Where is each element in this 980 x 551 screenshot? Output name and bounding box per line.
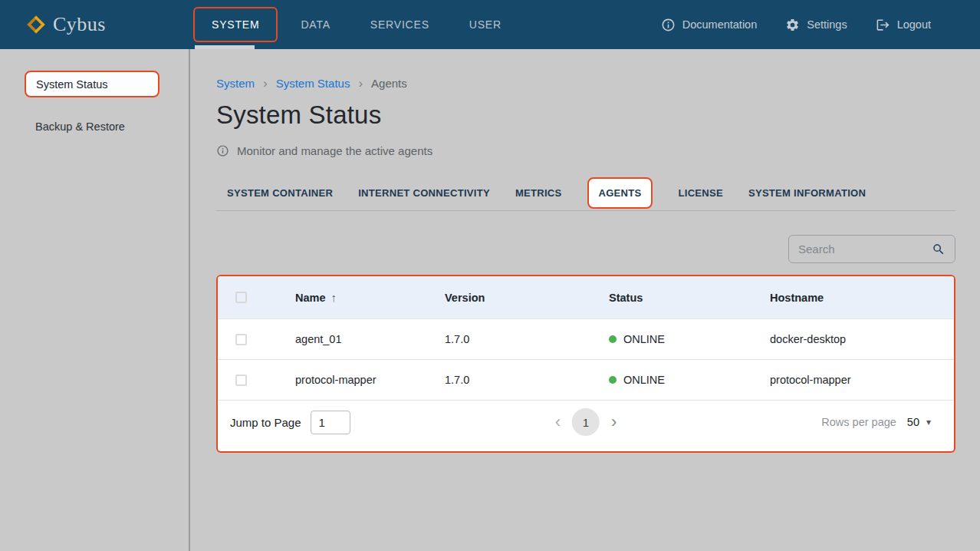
breadcrumb-system-status[interactable]: System Status — [276, 77, 350, 90]
rows-per-page-select[interactable]: Rows per page 50 ▾ — [821, 416, 931, 428]
navbar-actions: Documentation Settings Logout — [661, 18, 980, 32]
documentation-button[interactable]: Documentation — [661, 18, 758, 32]
jump-to-page: Jump to Page — [230, 411, 350, 434]
info-icon — [216, 144, 229, 157]
cell-version: 1.7.0 — [445, 333, 609, 345]
tab-license[interactable]: LICENSE — [678, 187, 722, 199]
agents-table: Name ↑ Version Status Hostname agent_01 … — [216, 275, 955, 453]
page-1-button[interactable]: 1 — [572, 408, 600, 436]
page-title: System Status — [216, 101, 955, 130]
tab-system-container[interactable]: SYSTEM CONTAINER — [227, 187, 333, 199]
main-content: System › System Status › Agents System S… — [190, 49, 980, 551]
search-row — [216, 235, 955, 263]
main-nav: SYSTEM DATA SERVICES USER — [190, 0, 521, 49]
page-subtitle: Monitor and manage the active agents — [216, 144, 955, 157]
brand-name: Cybus — [53, 13, 106, 36]
dropdown-arrow-icon: ▾ — [926, 417, 931, 427]
column-header-version[interactable]: Version — [445, 292, 609, 304]
column-header-status[interactable]: Status — [609, 292, 770, 304]
breadcrumb: System › System Status › Agents — [216, 77, 955, 90]
cell-status: ONLINE — [609, 374, 770, 386]
cell-name: agent_01 — [295, 333, 445, 345]
cybus-logo[interactable]: Cybus — [0, 13, 190, 36]
nav-item-services[interactable]: SERVICES — [350, 0, 449, 49]
search-box — [788, 235, 955, 263]
sidebar: System Status Backup & Restore — [0, 49, 190, 551]
tab-internet-connectivity[interactable]: INTERNET CONNECTIVITY — [358, 187, 490, 199]
column-header-name[interactable]: Name ↑ — [295, 291, 445, 304]
nav-item-user[interactable]: USER — [449, 0, 521, 49]
breadcrumb-system[interactable]: System — [216, 77, 255, 90]
breadcrumb-agents: Agents — [371, 77, 407, 90]
sidebar-item-backup-restore[interactable]: Backup & Restore — [35, 120, 189, 133]
cell-version: 1.7.0 — [445, 374, 609, 386]
online-status-dot — [609, 376, 617, 384]
cybus-logo-icon — [26, 15, 46, 35]
table-row: protocol-mapper 1.7.0 ONLINE protocol-ma… — [218, 359, 954, 400]
search-icon[interactable] — [932, 243, 945, 256]
info-icon — [661, 18, 676, 32]
jump-to-page-input[interactable] — [311, 411, 350, 434]
next-page-button[interactable]: › — [608, 414, 620, 431]
cell-status: ONLINE — [609, 333, 770, 345]
select-all-checkbox[interactable] — [235, 292, 247, 303]
settings-button[interactable]: Settings — [785, 18, 847, 32]
logout-icon — [876, 18, 890, 32]
cell-hostname: protocol-mapper — [770, 374, 954, 386]
top-navbar: Cybus SYSTEM DATA SERVICES USER Document… — [0, 0, 980, 49]
nav-item-system[interactable]: SYSTEM — [190, 0, 281, 49]
table-row: agent_01 1.7.0 ONLINE docker-desktop — [218, 318, 954, 359]
tab-metrics[interactable]: METRICS — [515, 187, 562, 199]
status-tabs: SYSTEM CONTAINER INTERNET CONNECTIVITY M… — [216, 176, 955, 211]
cell-hostname: docker-desktop — [770, 333, 954, 345]
online-status-dot — [609, 335, 617, 343]
sort-ascending-icon: ↑ — [331, 291, 337, 304]
nav-item-data[interactable]: DATA — [281, 0, 350, 49]
cell-name: protocol-mapper — [295, 374, 445, 386]
pager: ‹ 1 › — [552, 408, 620, 436]
chevron-right-icon: › — [358, 77, 363, 90]
logout-button[interactable]: Logout — [876, 18, 931, 32]
row-checkbox[interactable] — [235, 374, 247, 386]
search-input[interactable] — [798, 243, 932, 256]
table-header-row: Name ↑ Version Status Hostname — [218, 276, 954, 318]
row-checkbox[interactable] — [235, 334, 247, 345]
app-body: System Status Backup & Restore System › … — [0, 49, 980, 551]
chevron-right-icon: › — [263, 77, 268, 90]
gear-icon — [785, 18, 800, 32]
tab-agents[interactable]: AGENTS — [587, 177, 653, 209]
table-footer: Jump to Page ‹ 1 › Rows per page 50 ▾ — [218, 400, 954, 444]
tab-system-information[interactable]: SYSTEM INFORMATION — [748, 187, 866, 199]
previous-page-button[interactable]: ‹ — [552, 414, 564, 431]
sidebar-item-system-status[interactable]: System Status — [25, 71, 159, 97]
column-header-hostname[interactable]: Hostname — [770, 292, 954, 304]
